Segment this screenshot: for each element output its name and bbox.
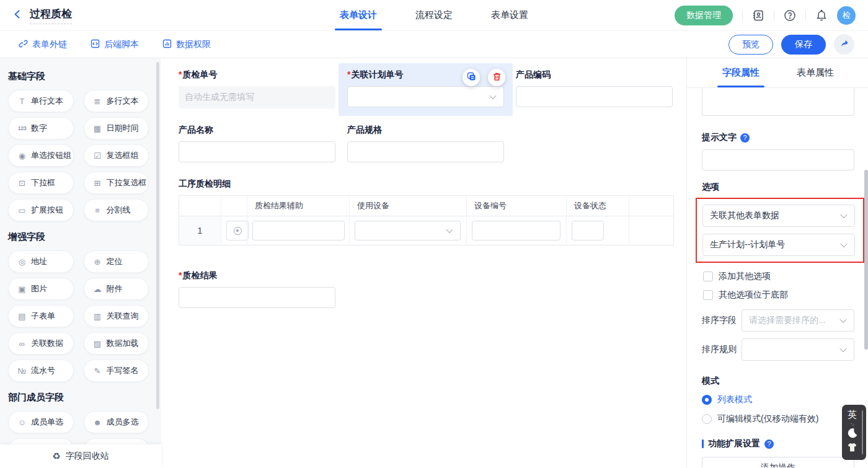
tab-form-properties[interactable]: 表单属性 (797, 58, 834, 87)
tab-form-setting[interactable]: 表单设置 (491, 0, 528, 30)
palette-item-single-line-text[interactable]: T单行文本 (8, 90, 74, 112)
checkbox-other-option-bottom[interactable]: 其他选项位于底部 (702, 289, 854, 301)
palette-item-dropdown[interactable]: ⊡下拉框 (8, 172, 74, 194)
radio-list-mode[interactable]: 列表模式 (702, 394, 854, 405)
help-icon[interactable]: ? (764, 439, 774, 449)
contacts-icon[interactable] (752, 9, 764, 22)
link-query-icon: ▥ (92, 312, 103, 321)
palette-item-member-single[interactable]: ☺成员单选 (8, 411, 74, 433)
moon-icon[interactable] (846, 427, 858, 441)
palette-item-partial[interactable] (84, 438, 149, 444)
subform-icon: ▤ (17, 312, 27, 321)
palette-item-datetime[interactable]: ▦日期时间 (84, 117, 149, 139)
sort-field-label: 排序字段 (702, 315, 737, 326)
field-qc-result[interactable]: 质检结果 (179, 270, 335, 308)
related-plan-select[interactable] (347, 86, 504, 107)
device-number-input[interactable] (472, 221, 560, 241)
option-source-select[interactable]: 关联其他表单数据 (702, 205, 855, 227)
product-code-input[interactable] (516, 86, 673, 107)
palette-item-data-load[interactable]: ▨数据加载 (84, 332, 149, 355)
palette-item-dropdown-multi[interactable]: ⊞下拉复选框 (84, 172, 149, 194)
qc-result-assist-input[interactable] (252, 221, 345, 241)
field-recycle-bin[interactable]: ♻ 字段回收站 (0, 444, 161, 468)
palette-item-subform[interactable]: ▤子表单 (8, 305, 74, 327)
palette-item-number[interactable]: 123数字 (8, 117, 74, 139)
product-name-input[interactable] (179, 141, 335, 162)
field-product-code[interactable]: 产品编码 (516, 69, 673, 108)
data-permission-link[interactable]: 数据权限 (162, 39, 211, 50)
qc-result-input[interactable] (179, 287, 335, 308)
main-tabs: 表单设计 流程设定 表单设置 (340, 0, 528, 30)
sort-rule-label: 排序规则 (702, 344, 737, 355)
palette-item-serial-number[interactable]: №流水号 (8, 360, 74, 382)
notification-bell-icon[interactable] (815, 9, 828, 22)
add-action-button[interactable]: 添加操作 (702, 457, 854, 467)
ime-toolbar[interactable]: 英 ·, (842, 405, 866, 460)
row-select-widget[interactable] (226, 221, 249, 241)
device-status-input[interactable] (572, 221, 604, 241)
palette-item-image[interactable]: ▣图片 (8, 278, 74, 300)
palette-item-link-query[interactable]: ▥关联查询 (84, 305, 149, 327)
palette-item-member-multi[interactable]: ☻成员多选 (84, 411, 149, 433)
field-palette-sidebar: 基础字段 T单行文本 ≣多行文本 123数字 ▦日期时间 ◉单选按钮组 ☑复选框… (0, 58, 161, 468)
delete-field-button[interactable] (488, 69, 505, 86)
person-icon: ☺ (17, 418, 27, 427)
panel-scrollbar[interactable] (864, 170, 868, 350)
field-product-name[interactable]: 产品名称 (179, 125, 335, 162)
backend-script-link[interactable]: 后端脚本 (91, 39, 139, 50)
help-icon[interactable]: ? (740, 133, 750, 143)
page-title[interactable]: 过程质检 (30, 7, 72, 24)
product-spec-input[interactable] (347, 141, 504, 162)
data-manage-button[interactable]: 数据管理 (675, 6, 733, 25)
back-button[interactable] (12, 9, 22, 22)
location-pin-icon: ◎ (17, 257, 27, 267)
divider-icon: ≡ (92, 206, 103, 215)
palette-item-checkbox-group[interactable]: ☑复选框组 (84, 144, 149, 167)
skin-shirt-icon[interactable] (847, 443, 857, 454)
ime-punctuation-indicator[interactable]: ·, (851, 421, 854, 426)
checkbox-add-other-option[interactable]: 添加其他选项 (702, 271, 854, 282)
qc-number-input: 自动生成无需填写 (179, 86, 335, 108)
tab-form-design[interactable]: 表单设计 (340, 0, 377, 30)
form-external-link[interactable]: 表单外链 (19, 39, 67, 50)
palette-item-divider[interactable]: ≡分割线 (84, 199, 149, 221)
palette-item-radio-group[interactable]: ◉单选按钮组 (8, 144, 74, 167)
hint-text-input[interactable] (702, 149, 854, 170)
palette-item-extend-button[interactable]: ▭扩展按钮 (8, 199, 74, 221)
palette-item-address[interactable]: ◎地址 (8, 250, 74, 273)
sort-rule-select[interactable] (742, 338, 854, 361)
sort-field-select[interactable]: 请选择需要排序的... (742, 309, 854, 332)
palette-item-locate[interactable]: ⊕定位 (84, 250, 149, 273)
palette-item-link-data[interactable]: ∞关联数据 (8, 332, 74, 355)
palette-item-partial[interactable] (8, 438, 74, 444)
field-title-input[interactable] (702, 88, 854, 116)
section-title-enhanced-fields: 增强字段 (8, 231, 149, 243)
device-select[interactable] (355, 221, 461, 241)
tab-flow-setting[interactable]: 流程设定 (415, 0, 453, 30)
subform-table: 质检结果辅助 使用设备 设备编号 设备状态 1 (179, 195, 674, 245)
recycle-icon: ♻ (52, 451, 60, 462)
back-chevron-icon (12, 9, 22, 22)
subform-row: 1 (179, 216, 674, 245)
duplicate-field-button[interactable] (463, 69, 480, 86)
save-button[interactable]: 保存 (781, 35, 826, 55)
sidebar-scrollbar[interactable] (156, 62, 159, 409)
properties-panel: 字段属性 表单属性 提示文字 ? 选项 关联其他表单数据 生产计划--计划单号 … (686, 58, 868, 468)
field-qc-number[interactable]: 质检单号 自动生成无需填写 (179, 69, 335, 108)
palette-item-multi-line-text[interactable]: ≣多行文本 (84, 90, 149, 112)
field-product-spec[interactable]: 产品规格 (347, 125, 504, 162)
help-icon[interactable] (784, 9, 796, 22)
avatar[interactable]: 检 (837, 6, 856, 25)
field-subform-process-qc[interactable]: 工序质检明细 质检结果辅助 使用设备 设备编号 设备状态 1 (179, 179, 674, 245)
tab-field-properties[interactable]: 字段属性 (722, 58, 760, 87)
palette-item-attachment[interactable]: ☁附件 (84, 278, 149, 300)
radio-editable-mode[interactable]: 可编辑模式(仅移动端有效) (702, 413, 854, 425)
dropdown-multi-icon: ⊞ (92, 179, 103, 188)
palette-item-signature[interactable]: ✎手写签名 (84, 360, 149, 382)
ime-language-indicator[interactable]: 英 (848, 409, 857, 420)
ime-handle[interactable] (862, 410, 863, 454)
preview-button[interactable]: 预览 (728, 35, 773, 55)
share-button[interactable] (834, 34, 854, 55)
field-related-plan-number[interactable]: 关联计划单号 (347, 69, 504, 108)
option-field-select[interactable]: 生产计划--计划单号 (702, 234, 855, 256)
